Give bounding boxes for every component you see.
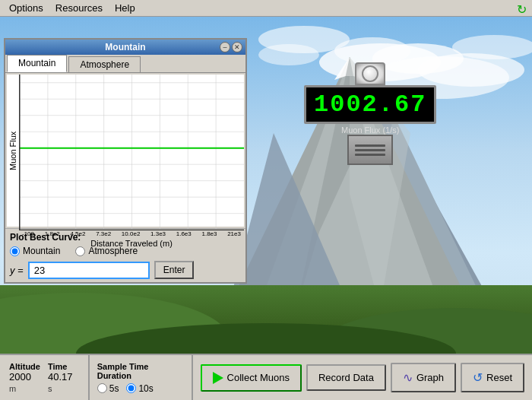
x-tick: 21e3 xyxy=(227,230,241,237)
chart-container: 25.2 24.65 24.1 23.55 23 22.45 21.9 21.3… xyxy=(19,75,244,227)
reset-icon: ↺ xyxy=(473,370,483,385)
x-tick: 1.6e3 xyxy=(176,230,192,237)
sample-5s-label: 5s xyxy=(109,383,119,394)
chart-svg: 25.2 24.65 24.1 23.55 23 22.45 21.9 21.3… xyxy=(20,75,244,230)
x-tick: 1.8e3 xyxy=(201,230,217,237)
collect-label: Collect Muons xyxy=(227,372,290,383)
record-button[interactable]: Record Data xyxy=(306,364,386,391)
sample-section: Sample Time Duration 5s 10s xyxy=(90,355,193,400)
altitude-stat: Altitude 2000 m xyxy=(9,362,40,394)
equation-input[interactable] xyxy=(28,262,150,279)
x-axis-label: Distance Traveled (m) xyxy=(19,237,244,249)
graph-window-controls: – ✕ xyxy=(220,42,242,52)
record-label: Record Data xyxy=(318,372,374,383)
tab-mountain[interactable]: Mountain xyxy=(7,55,67,72)
altitude-label: Altitude xyxy=(9,362,40,371)
altitude-unit: m xyxy=(9,384,16,393)
vent-line xyxy=(355,154,385,156)
main-area: 1002.67 Muon Flux (1/s) Mountain – ✕ Mou… xyxy=(0,17,532,354)
detector-body xyxy=(347,135,393,165)
y-label: y = xyxy=(10,265,24,276)
vent-line xyxy=(355,144,385,147)
time-value: 40.17 s xyxy=(48,371,79,394)
menubar: Options Resources Help ↻ xyxy=(0,0,532,17)
vent-line xyxy=(355,149,385,151)
graph-icon: ∿ xyxy=(403,370,413,385)
detector-vent xyxy=(355,144,385,156)
muon-flux-label: Muon Flux (1/s) xyxy=(341,125,399,135)
tab-atmosphere[interactable]: Atmosphere xyxy=(68,56,141,72)
equation-row: y = Enter xyxy=(10,261,241,279)
status-bar: Altitude 2000 m Time 40.17 s Sample Time… xyxy=(0,354,532,400)
menu-help[interactable]: Help xyxy=(109,1,141,15)
graph-panel: Mountain – ✕ Mountain Atmosphere Muon Fl… xyxy=(4,38,247,284)
x-tick: 1.3e3 xyxy=(150,230,166,237)
y-ticks xyxy=(20,75,43,230)
muon-display: 1002.67 xyxy=(304,85,436,124)
detector-lens xyxy=(362,65,378,82)
time-label: Time xyxy=(48,362,67,371)
collect-button[interactable]: Collect Muons xyxy=(201,364,302,392)
x-tick: 4.5e2 xyxy=(70,230,85,237)
detector: 1002.67 Muon Flux (1/s) xyxy=(304,62,436,165)
menu-resources[interactable]: Resources xyxy=(49,1,109,15)
stats-section: Altitude 2000 m Time 40.17 s xyxy=(0,355,90,400)
sample-10s-input[interactable] xyxy=(126,383,136,393)
graph-button[interactable]: ∿ Graph xyxy=(391,363,456,392)
sample-5s[interactable]: 5s xyxy=(97,383,119,394)
sample-10s[interactable]: 10s xyxy=(126,383,153,394)
reset-label: Reset xyxy=(486,372,512,383)
graph-titlebar: Mountain – ✕ xyxy=(5,40,245,55)
reset-button[interactable]: ↺ Reset xyxy=(461,363,524,392)
x-tick: 10.0e2 xyxy=(122,230,140,237)
altitude-value: 2000 m xyxy=(9,371,40,394)
play-icon xyxy=(213,372,223,384)
close-button[interactable]: ✕ xyxy=(232,42,242,52)
graph-title: Mountain xyxy=(105,42,145,52)
sample-title: Sample Time Duration xyxy=(97,362,184,380)
x-tick: 7.3e2 xyxy=(96,230,111,237)
graph-label: Graph xyxy=(416,372,444,383)
y-axis-label: Muon Flux xyxy=(7,75,19,227)
x-tick: 1.8e2 xyxy=(45,230,60,237)
sample-10s-label: 10s xyxy=(138,383,153,394)
time-number: 40.17 xyxy=(48,371,73,383)
enter-button[interactable]: Enter xyxy=(154,261,195,279)
x-ticks: -100 1.8e2 4.5e2 7.3e2 10.0e2 1.3e3 1.6e… xyxy=(19,230,244,237)
buttons-section: Collect Muons Record Data ∿ Graph ↺ Rese… xyxy=(193,355,532,400)
sample-options: 5s 10s xyxy=(97,383,184,394)
graph-tabs: Mountain Atmosphere xyxy=(5,55,245,73)
minimize-button[interactable]: – xyxy=(220,42,230,52)
refresh-icon[interactable]: ↻ xyxy=(517,2,529,14)
time-stat: Time 40.17 s xyxy=(48,362,79,394)
sample-5s-input[interactable] xyxy=(97,383,107,393)
menu-options[interactable]: Options xyxy=(3,1,49,15)
chart-inner: 25.2 24.65 24.1 23.55 23 22.45 21.9 21.3… xyxy=(19,75,244,230)
x-tick: -100 xyxy=(22,230,34,237)
altitude-number: 2000 xyxy=(9,371,31,383)
muon-flux-value: 1002.67 xyxy=(314,90,426,119)
time-unit: s xyxy=(48,384,52,393)
detector-top xyxy=(355,62,385,85)
chart-area: Muon Flux xyxy=(7,75,244,227)
